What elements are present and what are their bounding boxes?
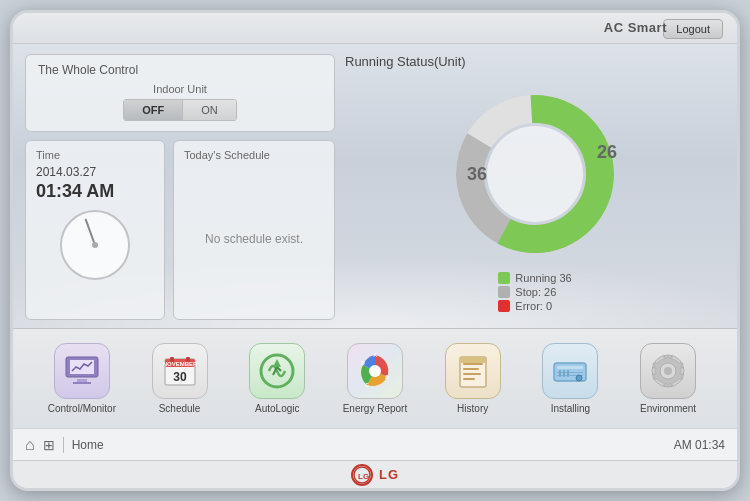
svg-rect-29 — [557, 366, 583, 369]
status-bar: ⌂ ⊞ Home AM 01:34 — [13, 428, 737, 460]
svg-point-38 — [664, 367, 672, 375]
whole-control-title: The Whole Control — [38, 63, 322, 77]
nav-item-history[interactable]: History — [438, 343, 508, 414]
legend-error: Error: 0 — [498, 300, 571, 312]
whole-control-box: The Whole Control Indoor Unit OFF ON — [25, 54, 335, 132]
legend-running: Running 36 — [498, 272, 571, 284]
svg-text:30: 30 — [173, 370, 187, 384]
header: AC Smart Logout — [13, 13, 737, 44]
donut-chart: 36 26 — [445, 84, 625, 264]
svg-text:D: D — [361, 360, 365, 366]
status-time: AM 01:34 — [674, 438, 725, 452]
svg-rect-35 — [567, 370, 569, 377]
lg-logo: LG LG — [351, 464, 399, 486]
svg-rect-33 — [559, 370, 561, 377]
device-frame: AC Smart Logout The Whole Control Indoor… — [10, 10, 740, 491]
no-schedule-text: No schedule exist. — [184, 167, 324, 311]
svg-text:NOVEMBER: NOVEMBER — [162, 361, 197, 367]
nav-label-schedule: Schedule — [159, 403, 201, 414]
nav-label-environment: Environment — [640, 403, 696, 414]
nav-item-autologic[interactable]: AutoLogic — [242, 343, 312, 414]
nav-item-environment[interactable]: Environment — [633, 343, 703, 414]
legend-label-stop: Stop: 26 — [515, 286, 556, 298]
svg-rect-23 — [463, 363, 483, 365]
svg-text:C: C — [365, 382, 369, 388]
legend-stop: Stop: 26 — [498, 286, 571, 298]
time-title: Time — [36, 149, 60, 161]
nav-label-autologic: AutoLogic — [255, 403, 299, 414]
svg-text:B: B — [385, 374, 389, 380]
legend-dot-stop — [498, 286, 510, 298]
lg-circle-icon: LG — [351, 464, 373, 486]
nav-item-energy-report[interactable]: A B C D Energy Report — [340, 343, 410, 414]
svg-point-17 — [369, 365, 381, 377]
indoor-unit-toggle-group: OFF ON — [123, 99, 237, 121]
svg-rect-25 — [463, 373, 481, 375]
svg-point-3 — [487, 126, 583, 222]
history-icon — [445, 343, 501, 399]
bottom-row: Time 2014.03.27 01:34 AM Today's Schedul… — [25, 140, 335, 320]
svg-rect-27 — [460, 357, 486, 363]
svg-rect-26 — [463, 378, 475, 380]
time-clock: 01:34 AM — [36, 181, 114, 202]
right-panel: Running Status(Unit) 36 — [345, 54, 725, 320]
nav-label-installing: Installing — [551, 403, 590, 414]
indoor-unit-label: Indoor Unit — [153, 83, 207, 95]
nav-label-control-monitor: Control/Monitor — [48, 403, 116, 414]
svg-rect-7 — [73, 382, 91, 384]
svg-rect-34 — [563, 370, 565, 377]
svg-text:A: A — [373, 352, 377, 358]
nav-label-history: History — [457, 403, 488, 414]
indoor-unit-row: Indoor Unit OFF ON — [38, 83, 322, 121]
bottom-nav: Control/Monitor 30 NOVEMBER Schedule — [13, 328, 737, 428]
schedule-box: Today's Schedule No schedule exist. — [173, 140, 335, 320]
svg-point-32 — [576, 375, 582, 381]
main-content: The Whole Control Indoor Unit OFF ON Tim… — [13, 44, 737, 328]
installing-icon — [542, 343, 598, 399]
clock-center — [92, 242, 98, 248]
legend-label-running: Running 36 — [515, 272, 571, 284]
clock-face — [60, 210, 130, 280]
time-box: Time 2014.03.27 01:34 AM — [25, 140, 165, 320]
environment-icon — [640, 343, 696, 399]
lg-text: LG — [379, 467, 399, 482]
svg-marker-15 — [273, 359, 281, 367]
status-separator — [63, 437, 64, 453]
app-title: AC Smart — [604, 20, 667, 35]
schedule-icon: 30 NOVEMBER — [152, 343, 208, 399]
nav-item-schedule[interactable]: 30 NOVEMBER Schedule — [145, 343, 215, 414]
home-icon[interactable]: ⌂ — [25, 436, 35, 454]
legend-dot-running — [498, 272, 510, 284]
donut-label-running: 36 — [467, 163, 487, 184]
nav-label-energy-report: Energy Report — [343, 403, 407, 414]
svg-rect-24 — [463, 368, 479, 370]
left-panel: The Whole Control Indoor Unit OFF ON Tim… — [25, 54, 335, 320]
legend-label-error: Error: 0 — [515, 300, 552, 312]
chart-area: 36 26 Running 36 Stop: 26 Error: 0 — [345, 77, 725, 320]
energy-report-icon: A B C D — [347, 343, 403, 399]
svg-rect-6 — [77, 379, 87, 382]
logout-button[interactable]: Logout — [663, 19, 723, 39]
time-date: 2014.03.27 — [36, 165, 96, 179]
autologic-icon — [249, 343, 305, 399]
svg-text:LG: LG — [358, 472, 369, 481]
grid-icon[interactable]: ⊞ — [43, 437, 55, 453]
control-monitor-icon — [54, 343, 110, 399]
logo-area: LG LG — [13, 460, 737, 488]
donut-label-stop: 26 — [597, 141, 617, 162]
off-button[interactable]: OFF — [124, 100, 183, 120]
running-status-title: Running Status(Unit) — [345, 54, 725, 69]
nav-item-installing[interactable]: Installing — [535, 343, 605, 414]
legend-dot-error — [498, 300, 510, 312]
on-button[interactable]: ON — [183, 100, 236, 120]
legend: Running 36 Stop: 26 Error: 0 — [498, 272, 571, 314]
home-breadcrumb: Home — [72, 438, 104, 452]
schedule-title: Today's Schedule — [184, 149, 324, 161]
nav-item-control-monitor[interactable]: Control/Monitor — [47, 343, 117, 414]
